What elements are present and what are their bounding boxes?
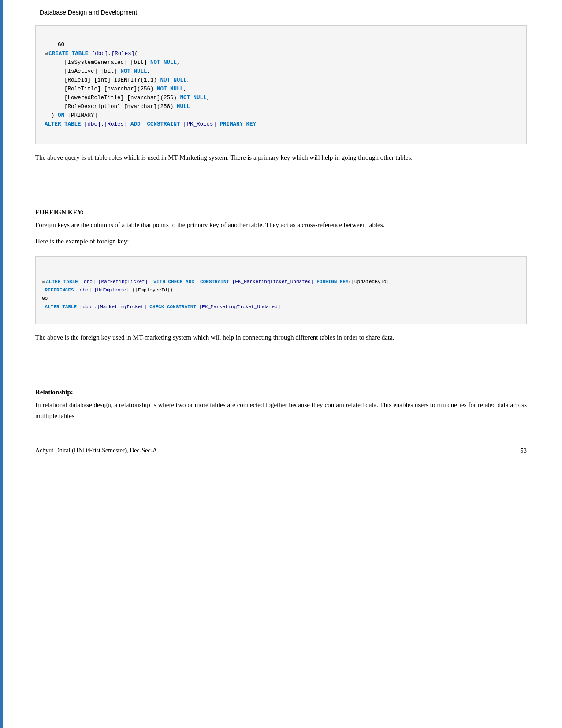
relationship-section: Relationship: In relational database des… [35,388,527,422]
page-title: Database Design and Development [40,9,137,16]
relationship-heading: Relationship: [35,388,527,396]
footer-author: Achyut Dhital (HND/Frist Semester), Dec-… [35,447,157,454]
left-blue-bar [0,0,3,728]
code-block-primary: GO ⊟CREATE TABLE [dbo].[Roles]( [IsSyste… [35,25,527,144]
header-section: Database Design and Development [35,9,527,16]
footer: Achyut Dhital (HND/Frist Semester), Dec-… [35,444,527,455]
foreign-key-section: FOREIGN KEY: Foreign keys are the column… [35,209,527,247]
relationship-desc: In relational database design, a relatio… [35,399,527,422]
foreign-key-heading: FOREIGN KEY: [35,209,527,216]
page-divider [35,440,527,440]
page-number: 53 [520,447,527,455]
paragraph-2: The above is the foreign key used in MT-… [35,332,527,343]
foreign-key-example-intro: Here is the example of foreign key: [35,236,527,247]
paragraph-1: The above query is of table roles which … [35,152,527,164]
code-block-foreign-key: -- ⊟ALTER TABLE [dbo].[MarketingTicket] … [35,256,527,325]
foreign-key-desc: Foreign keys are the columns of a table … [35,220,527,231]
